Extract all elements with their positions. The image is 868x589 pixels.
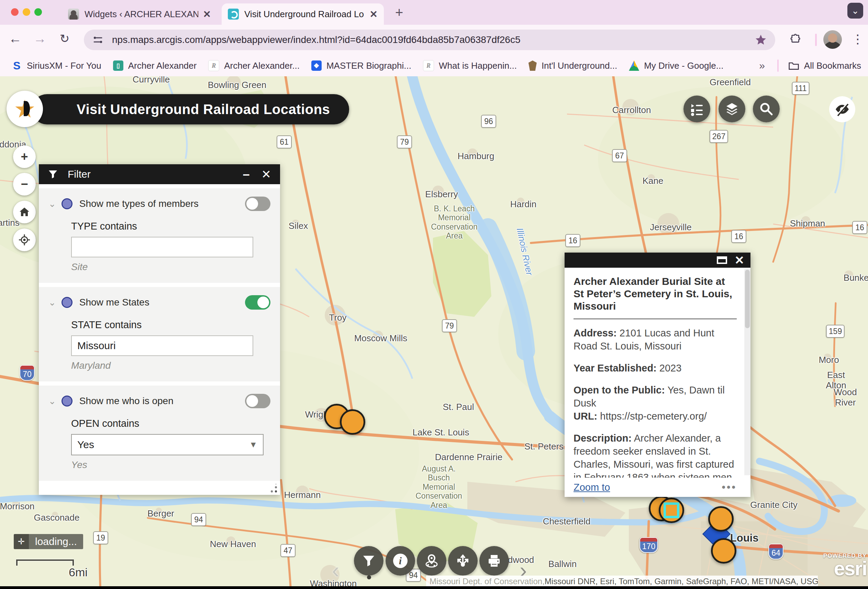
filter-label: Show me types of members bbox=[80, 198, 245, 209]
url-text: nps.maps.arcgis.com/apps/webappviewer/in… bbox=[112, 34, 754, 45]
site-marker[interactable] bbox=[708, 506, 734, 531]
loading-label: loading... bbox=[29, 534, 83, 549]
map-label: Carrollton bbox=[612, 105, 651, 115]
popup-year: Year Established: 2023 bbox=[574, 362, 737, 375]
site-marker[interactable] bbox=[711, 538, 737, 564]
new-tab-button[interactable]: + bbox=[395, 5, 403, 20]
map-attribution: Missouri Dept. of Conservation, Missouri… bbox=[426, 576, 818, 587]
zoom-out-button[interactable]: − bbox=[13, 173, 36, 196]
screen: Widgets ‹ ARCHER ALEXAND ✕ Visit Undergr… bbox=[0, 0, 868, 589]
popup-more-actions-icon[interactable]: ••• bbox=[722, 481, 737, 493]
bookmark-item[interactable]: ❖MASTER Biographi... bbox=[311, 61, 411, 71]
zoom-in-button[interactable]: + bbox=[13, 145, 36, 168]
filter-widget-button[interactable] bbox=[354, 546, 384, 576]
selection-highlight bbox=[664, 502, 679, 518]
open-contains-select[interactable]: Yes ▼ bbox=[71, 434, 264, 455]
toolbar-prev-chevron[interactable]: ‹ bbox=[332, 557, 339, 583]
bookmark-label: My Drive - Google... bbox=[644, 61, 723, 71]
popup-maximize-icon[interactable] bbox=[717, 256, 727, 264]
bookmark-item[interactable]: Int'l Underground... bbox=[528, 61, 617, 71]
map-label: Wood River bbox=[834, 387, 857, 408]
attribution-light: Missouri Dept. of Conservation, bbox=[430, 577, 545, 586]
site-settings-icon[interactable] bbox=[93, 35, 103, 45]
open-toggle[interactable] bbox=[245, 394, 270, 408]
all-bookmarks-label[interactable]: All Bookmarks bbox=[804, 61, 861, 71]
layer-symbol-dot bbox=[62, 297, 72, 308]
search-button[interactable] bbox=[753, 96, 780, 123]
near-me-widget-button[interactable] bbox=[417, 546, 446, 576]
popup-header[interactable]: ✕ bbox=[565, 252, 750, 268]
map-label: Lake St. Louis bbox=[413, 428, 469, 438]
tab-widgets-archer-alexander[interactable]: Widgets ‹ ARCHER ALEXAND ✕ bbox=[62, 3, 217, 25]
info-widget-button[interactable]: i bbox=[385, 546, 415, 576]
window-zoom-button[interactable] bbox=[34, 8, 42, 16]
tab-visit-underground-railroad[interactable]: Visit Underground Railroad Lo ✕ bbox=[221, 3, 384, 25]
filter-panel-header[interactable]: Filter – ✕ bbox=[39, 164, 280, 184]
home-extent-button[interactable] bbox=[13, 201, 36, 223]
share-widget-button[interactable] bbox=[448, 546, 478, 576]
map-label: Curryville bbox=[133, 76, 170, 85]
toolbar-divider bbox=[815, 34, 817, 46]
chrome-menu-icon[interactable]: ⋮ bbox=[852, 29, 864, 49]
bookmark-item[interactable]: RWhat is Happenin... bbox=[423, 60, 517, 71]
window-close-button[interactable] bbox=[11, 8, 19, 16]
drive-favicon-icon bbox=[629, 61, 639, 71]
selected-site-marker[interactable] bbox=[659, 497, 684, 523]
close-icon[interactable]: ✕ bbox=[261, 167, 272, 181]
layers-button[interactable] bbox=[719, 96, 745, 123]
site-marker[interactable] bbox=[340, 409, 365, 435]
legend-button[interactable] bbox=[683, 96, 710, 123]
popup-body: Archer Alexander Burial Site at St Peter… bbox=[565, 268, 750, 497]
chevron-down-icon[interactable]: ⌄ bbox=[49, 396, 56, 406]
route-shield: 16 bbox=[852, 221, 867, 234]
popup-footer: Zoom to ••• bbox=[565, 478, 750, 497]
field-hint: Maryland bbox=[71, 360, 270, 371]
popup-close-icon[interactable]: ✕ bbox=[735, 254, 745, 266]
field-hint: Site bbox=[71, 261, 270, 273]
type-contains-input[interactable] bbox=[71, 237, 253, 257]
popup-scrollbar[interactable] bbox=[744, 269, 750, 475]
bookmarks-right-cluster: » All Bookmarks bbox=[759, 59, 861, 72]
chevron-down-icon[interactable]: ⌄ bbox=[49, 297, 56, 308]
hide-eye-button[interactable] bbox=[829, 96, 855, 123]
map-label: St. Peters bbox=[524, 441, 564, 452]
bookmark-star-icon[interactable] bbox=[754, 34, 767, 46]
reload-button[interactable]: ↻ bbox=[55, 29, 74, 48]
zoom-to-link[interactable]: Zoom to bbox=[574, 482, 610, 493]
bookmarks-overflow-chevron[interactable]: » bbox=[759, 60, 765, 71]
state-contains-input[interactable] bbox=[71, 335, 253, 356]
interstate-shield: 64 bbox=[768, 544, 784, 559]
bookmark-item[interactable]: ▯Archer Alexander bbox=[113, 61, 196, 71]
bookmark-label: MASTER Biographi... bbox=[326, 61, 411, 71]
chevron-down-icon[interactable]: ⌄ bbox=[49, 199, 56, 209]
states-toggle[interactable] bbox=[245, 295, 270, 310]
bookmark-item[interactable]: SSiriusXM - For You bbox=[12, 61, 101, 71]
address-bar[interactable]: nps.maps.arcgis.com/apps/webappviewer/in… bbox=[84, 30, 775, 50]
map-label: Silex bbox=[289, 221, 308, 231]
panel-resize-grip[interactable] bbox=[269, 484, 277, 493]
popup-url: URL: https://stp-cemetery.org/ bbox=[574, 410, 737, 423]
types-toggle[interactable] bbox=[245, 196, 270, 211]
window-minimize-button[interactable] bbox=[23, 8, 30, 16]
minimize-icon[interactable]: – bbox=[243, 167, 249, 182]
profile-avatar[interactable] bbox=[823, 30, 842, 49]
map-label: Elsberry bbox=[425, 189, 458, 200]
sxm-favicon-icon: S bbox=[12, 61, 22, 71]
tab-close-icon[interactable]: ✕ bbox=[203, 9, 211, 20]
my-location-button[interactable] bbox=[13, 229, 36, 251]
forward-button[interactable]: → bbox=[30, 29, 49, 48]
print-widget-button[interactable] bbox=[479, 546, 509, 576]
back-button[interactable]: ← bbox=[6, 29, 25, 48]
map-label: Troy bbox=[329, 313, 346, 323]
route-shield: 79 bbox=[397, 136, 412, 148]
bookmark-item[interactable]: RArcher Alexander... bbox=[208, 60, 300, 71]
scrollbar-thumb[interactable] bbox=[745, 270, 750, 328]
bookmark-item[interactable]: My Drive - Google... bbox=[629, 61, 723, 71]
tab-search-chevron-button[interactable]: ⌄ bbox=[847, 3, 863, 19]
screen-bottom-strip bbox=[0, 586, 868, 589]
map-label: Bowling Green bbox=[208, 80, 267, 90]
tab-close-icon[interactable]: ✕ bbox=[370, 9, 378, 20]
extensions-icon[interactable] bbox=[786, 30, 806, 49]
book-favicon-icon: ▯ bbox=[113, 61, 123, 71]
browser-toolbar: ← → ↻ nps.maps.arcgis.com/apps/webappvie… bbox=[0, 25, 868, 55]
